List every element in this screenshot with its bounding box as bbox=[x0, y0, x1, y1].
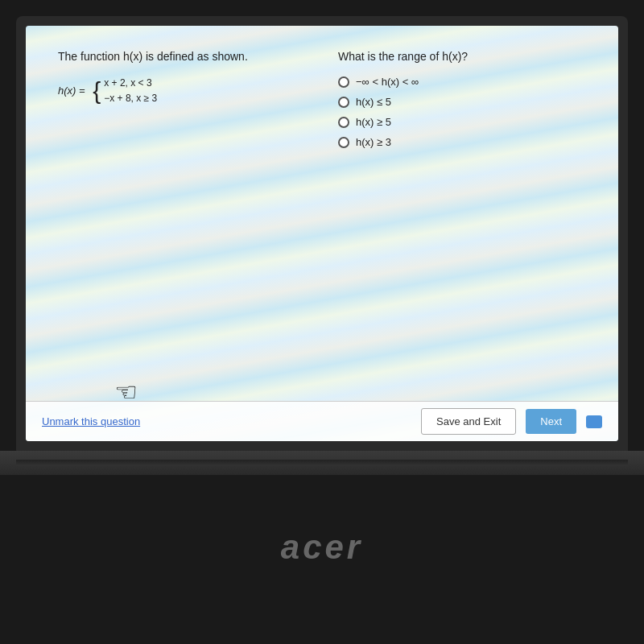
left-panel: The function h(x) is defined as shown. h… bbox=[50, 42, 314, 385]
left-brace: { bbox=[93, 79, 101, 103]
function-definition: h(x) = { x + 2, x < 3 −x + 8, x ≥ 3 bbox=[58, 76, 306, 106]
laptop-base bbox=[0, 451, 644, 475]
function-label: h(x) = bbox=[58, 85, 85, 97]
piecewise-cases: x + 2, x < 3 −x + 8, x ≥ 3 bbox=[104, 76, 157, 106]
range-title: What is the range of h(x)? bbox=[338, 50, 586, 63]
screen: The function h(x) is defined as shown. h… bbox=[26, 26, 618, 441]
case-1: x + 2, x < 3 bbox=[104, 76, 157, 91]
bottom-bar: Unmark this question Save and Exit Next bbox=[26, 401, 618, 441]
radio-circle-4 bbox=[338, 137, 349, 148]
right-panel: What is the range of h(x)? −∞ < h(x) < ∞… bbox=[330, 42, 594, 385]
option-1-label: −∞ < h(x) < ∞ bbox=[356, 76, 419, 88]
option-3-label: h(x) ≥ 5 bbox=[356, 116, 391, 128]
left-panel-title: The function h(x) is defined as shown. bbox=[58, 50, 306, 63]
question-area: The function h(x) is defined as shown. h… bbox=[26, 26, 618, 401]
next-button[interactable]: Next bbox=[526, 409, 576, 434]
save-exit-button[interactable]: Save and Exit bbox=[421, 408, 516, 435]
acer-logo: acer bbox=[281, 528, 363, 567]
option-2-label: h(x) ≤ 5 bbox=[356, 96, 391, 108]
radio-circle-2 bbox=[338, 97, 349, 108]
radio-option-3[interactable]: h(x) ≥ 5 bbox=[338, 116, 586, 128]
radio-option-2[interactable]: h(x) ≤ 5 bbox=[338, 96, 586, 108]
screen-content: The function h(x) is defined as shown. h… bbox=[26, 26, 618, 441]
partial-blue-button[interactable] bbox=[586, 415, 602, 428]
radio-option-4[interactable]: h(x) ≥ 3 bbox=[338, 136, 586, 148]
case-2: −x + 8, x ≥ 3 bbox=[104, 91, 157, 106]
radio-circle-3 bbox=[338, 117, 349, 128]
screen-bezel: The function h(x) is defined as shown. h… bbox=[16, 16, 628, 451]
acer-logo-area: acer bbox=[0, 475, 644, 620]
radio-option-1[interactable]: −∞ < h(x) < ∞ bbox=[338, 76, 586, 88]
option-4-label: h(x) ≥ 3 bbox=[356, 136, 391, 148]
unmark-link[interactable]: Unmark this question bbox=[42, 415, 140, 427]
laptop-hinge bbox=[16, 460, 628, 466]
laptop-container: The function h(x) is defined as shown. h… bbox=[0, 0, 644, 644]
radio-circle-1 bbox=[338, 76, 349, 88]
brace-container: { x + 2, x < 3 −x + 8, x ≥ 3 bbox=[93, 76, 157, 106]
